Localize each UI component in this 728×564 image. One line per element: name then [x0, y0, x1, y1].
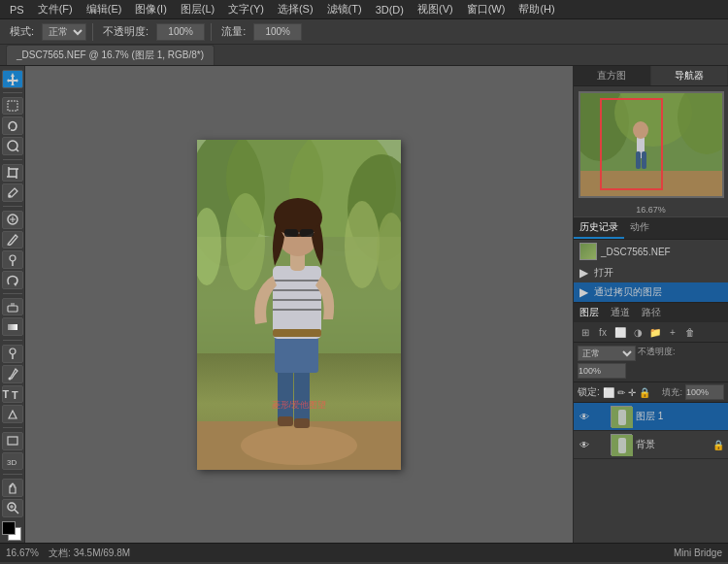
link-icon[interactable]: ⊞ — [578, 324, 593, 340]
tool-separator-3 — [3, 206, 22, 207]
tool-separator-6 — [3, 427, 22, 428]
svg-rect-55 — [294, 418, 310, 428]
type-tool[interactable]: T T — [2, 385, 23, 404]
svg-rect-52 — [300, 229, 314, 237]
opacity-input[interactable] — [156, 23, 205, 41]
layer-eye-1[interactable]: 👁 — [578, 438, 591, 451]
heal-tool[interactable] — [2, 211, 23, 229]
history-brush-tool[interactable] — [2, 271, 23, 289]
actions-tab[interactable]: 动作 — [624, 217, 655, 239]
fill-label: 填充: — [662, 386, 682, 399]
menu-window[interactable]: 窗口(W) — [461, 0, 512, 18]
photo-background — [197, 140, 401, 470]
flow-input[interactable] — [253, 23, 302, 41]
canvas-area[interactable]: 菱形/爱他图望 — [25, 66, 573, 543]
adjust-icon[interactable]: ◑ — [630, 324, 645, 340]
history-label-2: 通过拷贝的图层 — [594, 285, 662, 299]
history-item-2[interactable]: ▶ 通过拷贝的图层 — [574, 282, 728, 302]
fx-icon[interactable]: fx — [595, 324, 611, 340]
channels-tab[interactable]: 通道 — [605, 303, 636, 322]
quick-select-tool[interactable] — [2, 137, 23, 155]
layer-name-0: 图层 1 — [636, 410, 663, 423]
layer-name-1: 背景 — [636, 438, 655, 451]
color-swatches[interactable] — [2, 521, 23, 539]
statusbar: 16.67% 文档: 34.5M/69.8M Mini Bridge — [0, 543, 728, 562]
path-select-tool[interactable] — [2, 405, 23, 423]
lock-row: 锁定: ⬜ ✏ ✛ 🔒 填充: — [574, 382, 728, 403]
move-tool[interactable] — [2, 70, 23, 88]
file-tab[interactable]: _DSC7565.NEF @ 16.7% (图层 1, RGB/8*) — [6, 45, 215, 65]
mini-bridge[interactable]: Mini Bridge — [674, 547, 722, 558]
history-item-0[interactable]: _DSC7565.NEF — [574, 240, 728, 263]
svg-rect-54 — [278, 416, 293, 426]
svg-marker-0 — [7, 73, 18, 85]
layer-fill-input[interactable] — [685, 384, 724, 400]
layer-eye-0[interactable]: 👁 — [578, 410, 591, 423]
menu-filter[interactable]: 滤镜(T) — [321, 0, 368, 18]
history-tab[interactable]: 历史记录 — [574, 217, 624, 239]
menu-file[interactable]: 文件(F) — [32, 0, 79, 18]
rect-shape-tool[interactable] — [2, 432, 23, 450]
zoom-tool[interactable] — [2, 499, 23, 517]
dodge-tool[interactable] — [2, 345, 23, 363]
mask-icon[interactable]: ⬜ — [612, 324, 628, 340]
toolbox: T T 3D — [0, 66, 25, 543]
menu-view[interactable]: 视图(V) — [412, 0, 459, 18]
menu-edit[interactable]: 编辑(E) — [81, 0, 128, 18]
mode-label: 模式: — [6, 22, 38, 41]
layer-item-1[interactable]: 👁 背景 🔒 — [574, 431, 728, 459]
nav-panel-tabs: 直方图 导航器 — [574, 66, 728, 86]
lock-all-icon[interactable]: 🔒 — [639, 387, 650, 398]
layers-tab[interactable]: 图层 — [574, 303, 605, 322]
svg-point-38 — [241, 426, 357, 465]
tool-separator-1 — [3, 92, 22, 93]
3d-tool[interactable]: 3D — [2, 452, 23, 471]
clone-stamp-tool[interactable] — [2, 250, 23, 269]
marquee-tool[interactable] — [2, 97, 23, 116]
new-layer-icon[interactable]: + — [665, 324, 680, 340]
crop-tool[interactable] — [2, 164, 23, 182]
eyedropper-tool[interactable] — [2, 183, 23, 202]
brush-tool[interactable] — [2, 231, 23, 249]
pen-tool[interactable] — [2, 365, 23, 383]
blend-mode-select[interactable]: 正常 — [42, 23, 86, 41]
group-icon[interactable]: 📁 — [647, 324, 663, 340]
menu-image[interactable]: 图像(I) — [129, 0, 172, 18]
lock-transparent-icon[interactable]: ⬜ — [603, 387, 614, 398]
menu-help[interactable]: 帮助(H) — [513, 0, 560, 18]
gradient-tool[interactable] — [2, 317, 23, 336]
svg-text:3D: 3D — [7, 458, 17, 467]
foreground-color-swatch[interactable] — [2, 521, 16, 535]
layer-opacity-input[interactable] — [578, 363, 626, 379]
svg-point-19 — [8, 378, 11, 381]
layer-blend-mode[interactable]: 正常 — [578, 346, 636, 361]
lasso-tool[interactable] — [2, 116, 23, 135]
nav-preview[interactable] — [579, 91, 724, 198]
lock-move-icon[interactable]: ✛ — [628, 387, 636, 398]
history-list: _DSC7565.NEF ▶ 打开 ▶ 通过拷贝的图层 — [574, 240, 728, 302]
layers-icon-toolbar: ⊞ fx ⬜ ◑ 📁 + 🗑 — [574, 322, 728, 343]
svg-line-24 — [15, 510, 18, 514]
history-item-1[interactable]: ▶ 打开 — [574, 263, 728, 282]
eraser-tool[interactable] — [2, 298, 23, 316]
menu-layer[interactable]: 图层(L) — [175, 0, 220, 18]
options-toolbar: 模式: 正常 不透明度: 流量: — [0, 19, 728, 45]
tool-separator-2 — [3, 159, 22, 160]
histogram-tab[interactable]: 直方图 — [574, 66, 651, 85]
menu-text[interactable]: 文字(Y) — [222, 0, 270, 18]
lock-paint-icon[interactable]: ✏ — [617, 387, 625, 398]
svg-point-8 — [8, 194, 11, 197]
menu-select[interactable]: 选择(S) — [272, 0, 319, 18]
paths-tab[interactable]: 路径 — [636, 303, 667, 322]
menu-3d[interactable]: 3D(D) — [370, 2, 410, 17]
hand-tool[interactable] — [2, 479, 23, 497]
doc-label: 文档: — [49, 547, 71, 560]
navigator-tab[interactable]: 导航器 — [651, 66, 729, 85]
delete-layer-icon[interactable]: 🗑 — [682, 324, 698, 340]
svg-point-35 — [345, 201, 380, 288]
menu-ps[interactable]: PS — [4, 2, 30, 17]
opacity-label: 不透明度: — [99, 22, 152, 41]
doc-info: 文档: 34.5M/69.8M — [49, 547, 130, 560]
layer-item-0[interactable]: 👁 图层 1 — [574, 403, 728, 431]
svg-text:T: T — [12, 389, 18, 401]
